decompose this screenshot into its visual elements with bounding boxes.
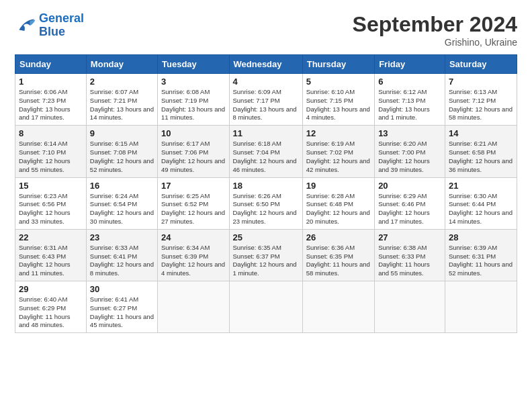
col-wednesday: Wednesday — [229, 55, 302, 74]
calendar-cell: 5 Sunrise: 6:10 AMSunset: 7:15 PMDayligh… — [302, 74, 374, 126]
day-number: 23 — [90, 232, 154, 242]
logo: General Blue — [15, 12, 84, 39]
day-number: 27 — [378, 232, 441, 242]
day-detail: Sunrise: 6:10 AMSunset: 7:15 PMDaylight:… — [306, 88, 370, 121]
day-number: 30 — [90, 284, 154, 294]
calendar-cell: 8 Sunrise: 6:14 AMSunset: 7:10 PMDayligh… — [15, 126, 87, 177]
day-number: 3 — [161, 77, 226, 87]
calendar-cell: 6 Sunrise: 6:12 AMSunset: 7:13 PMDayligh… — [375, 74, 445, 126]
day-number: 25 — [233, 232, 299, 242]
col-saturday: Saturday — [445, 55, 517, 74]
day-detail: Sunrise: 6:06 AMSunset: 7:23 PMDaylight:… — [19, 88, 71, 121]
col-friday: Friday — [375, 55, 445, 74]
day-number: 14 — [449, 128, 513, 138]
calendar-cell — [229, 281, 302, 333]
calendar-cell — [375, 281, 445, 333]
calendar-week-2: 8 Sunrise: 6:14 AMSunset: 7:10 PMDayligh… — [15, 126, 517, 177]
logo-icon — [15, 15, 36, 36]
calendar-week-4: 22 Sunrise: 6:31 AMSunset: 6:43 PMDaylig… — [15, 229, 517, 281]
calendar-cell: 18 Sunrise: 6:26 AMSunset: 6:50 PMDaylig… — [229, 177, 302, 229]
calendar-cell: 17 Sunrise: 6:25 AMSunset: 6:52 PMDaylig… — [158, 177, 230, 229]
calendar-cell: 4 Sunrise: 6:09 AMSunset: 7:17 PMDayligh… — [229, 74, 302, 126]
day-number: 10 — [161, 128, 226, 138]
day-detail: Sunrise: 6:35 AMSunset: 6:37 PMDaylight:… — [233, 244, 297, 277]
day-number: 17 — [161, 181, 226, 191]
title-area: September 2024 Grishino, Ukraine — [353, 12, 517, 48]
day-number: 21 — [449, 181, 513, 191]
calendar-cell — [302, 281, 374, 333]
day-detail: Sunrise: 6:38 AMSunset: 6:33 PMDaylight:… — [378, 244, 430, 277]
header-row: Sunday Monday Tuesday Wednesday Thursday… — [15, 55, 517, 74]
day-number: 29 — [19, 284, 83, 294]
day-detail: Sunrise: 6:12 AMSunset: 7:13 PMDaylight:… — [378, 88, 430, 121]
calendar-cell: 30 Sunrise: 6:41 AMSunset: 6:27 PMDaylig… — [86, 281, 157, 333]
day-detail: Sunrise: 6:40 AMSunset: 6:29 PMDaylight:… — [19, 295, 71, 328]
day-number: 7 — [449, 77, 513, 87]
day-number: 22 — [19, 232, 83, 242]
calendar-cell: 26 Sunrise: 6:36 AMSunset: 6:35 PMDaylig… — [302, 229, 374, 281]
day-number: 12 — [306, 128, 371, 138]
calendar-cell: 13 Sunrise: 6:20 AMSunset: 7:00 PMDaylig… — [375, 126, 445, 177]
calendar-cell: 10 Sunrise: 6:17 AMSunset: 7:06 PMDaylig… — [158, 126, 230, 177]
logo-text: General Blue — [39, 12, 84, 39]
col-monday: Monday — [86, 55, 157, 74]
calendar-cell: 19 Sunrise: 6:28 AMSunset: 6:48 PMDaylig… — [302, 177, 374, 229]
day-detail: Sunrise: 6:26 AMSunset: 6:50 PMDaylight:… — [233, 192, 297, 225]
day-detail: Sunrise: 6:36 AMSunset: 6:35 PMDaylight:… — [306, 244, 370, 277]
day-detail: Sunrise: 6:24 AMSunset: 6:54 PMDaylight:… — [90, 192, 154, 225]
day-number: 24 — [161, 232, 226, 242]
day-detail: Sunrise: 6:21 AMSunset: 6:58 PMDaylight:… — [449, 140, 513, 173]
day-detail: Sunrise: 6:08 AMSunset: 7:19 PMDaylight:… — [161, 88, 225, 121]
calendar-body: 1 Sunrise: 6:06 AMSunset: 7:23 PMDayligh… — [15, 74, 517, 333]
calendar-cell — [445, 281, 517, 333]
calendar-cell: 9 Sunrise: 6:15 AMSunset: 7:08 PMDayligh… — [86, 126, 157, 177]
calendar-cell: 3 Sunrise: 6:08 AMSunset: 7:19 PMDayligh… — [158, 74, 230, 126]
col-thursday: Thursday — [302, 55, 374, 74]
day-detail: Sunrise: 6:33 AMSunset: 6:41 PMDaylight:… — [90, 244, 154, 277]
day-number: 5 — [306, 77, 371, 87]
calendar-week-5: 29 Sunrise: 6:40 AMSunset: 6:29 PMDaylig… — [15, 281, 517, 333]
day-number: 4 — [233, 77, 299, 87]
month-title: September 2024 — [353, 12, 517, 37]
calendar-cell: 28 Sunrise: 6:39 AMSunset: 6:31 PMDaylig… — [445, 229, 517, 281]
day-number: 26 — [306, 232, 371, 242]
day-number: 15 — [19, 181, 83, 191]
col-tuesday: Tuesday — [158, 55, 230, 74]
day-number: 2 — [90, 77, 154, 87]
logo-general: General — [39, 11, 84, 25]
day-number: 6 — [378, 77, 441, 87]
calendar-cell: 24 Sunrise: 6:34 AMSunset: 6:39 PMDaylig… — [158, 229, 230, 281]
calendar-cell: 21 Sunrise: 6:30 AMSunset: 6:44 PMDaylig… — [445, 177, 517, 229]
logo-blue: Blue — [39, 26, 84, 39]
day-detail: Sunrise: 6:29 AMSunset: 6:46 PMDaylight:… — [378, 192, 430, 225]
day-number: 28 — [449, 232, 513, 242]
location: Grishino, Ukraine — [353, 37, 517, 48]
calendar-week-3: 15 Sunrise: 6:23 AMSunset: 6:56 PMDaylig… — [15, 177, 517, 229]
day-number: 20 — [378, 181, 441, 191]
day-detail: Sunrise: 6:19 AMSunset: 7:02 PMDaylight:… — [306, 140, 370, 173]
day-detail: Sunrise: 6:20 AMSunset: 7:00 PMDaylight:… — [378, 140, 430, 173]
day-detail: Sunrise: 6:28 AMSunset: 6:48 PMDaylight:… — [306, 192, 370, 225]
day-number: 13 — [378, 128, 441, 138]
day-detail: Sunrise: 6:30 AMSunset: 6:44 PMDaylight:… — [449, 192, 513, 225]
day-detail: Sunrise: 6:09 AMSunset: 7:17 PMDaylight:… — [233, 88, 297, 121]
day-number: 1 — [19, 77, 83, 87]
day-number: 8 — [19, 128, 83, 138]
day-detail: Sunrise: 6:15 AMSunset: 7:08 PMDaylight:… — [90, 140, 154, 173]
day-detail: Sunrise: 6:13 AMSunset: 7:12 PMDaylight:… — [449, 88, 513, 121]
calendar-cell: 15 Sunrise: 6:23 AMSunset: 6:56 PMDaylig… — [15, 177, 87, 229]
day-detail: Sunrise: 6:25 AMSunset: 6:52 PMDaylight:… — [161, 192, 225, 225]
calendar-cell: 12 Sunrise: 6:19 AMSunset: 7:02 PMDaylig… — [302, 126, 374, 177]
calendar-cell: 29 Sunrise: 6:40 AMSunset: 6:29 PMDaylig… — [15, 281, 87, 333]
calendar-cell: 27 Sunrise: 6:38 AMSunset: 6:33 PMDaylig… — [375, 229, 445, 281]
day-detail: Sunrise: 6:23 AMSunset: 6:56 PMDaylight:… — [19, 192, 71, 225]
calendar-cell: 20 Sunrise: 6:29 AMSunset: 6:46 PMDaylig… — [375, 177, 445, 229]
calendar-table: Sunday Monday Tuesday Wednesday Thursday… — [15, 54, 517, 333]
calendar-cell: 1 Sunrise: 6:06 AMSunset: 7:23 PMDayligh… — [15, 74, 87, 126]
day-number: 19 — [306, 181, 371, 191]
day-detail: Sunrise: 6:34 AMSunset: 6:39 PMDaylight:… — [161, 244, 225, 277]
day-detail: Sunrise: 6:39 AMSunset: 6:31 PMDaylight:… — [449, 244, 513, 277]
day-number: 9 — [90, 128, 154, 138]
col-sunday: Sunday — [15, 55, 87, 74]
day-detail: Sunrise: 6:41 AMSunset: 6:27 PMDaylight:… — [90, 295, 154, 328]
